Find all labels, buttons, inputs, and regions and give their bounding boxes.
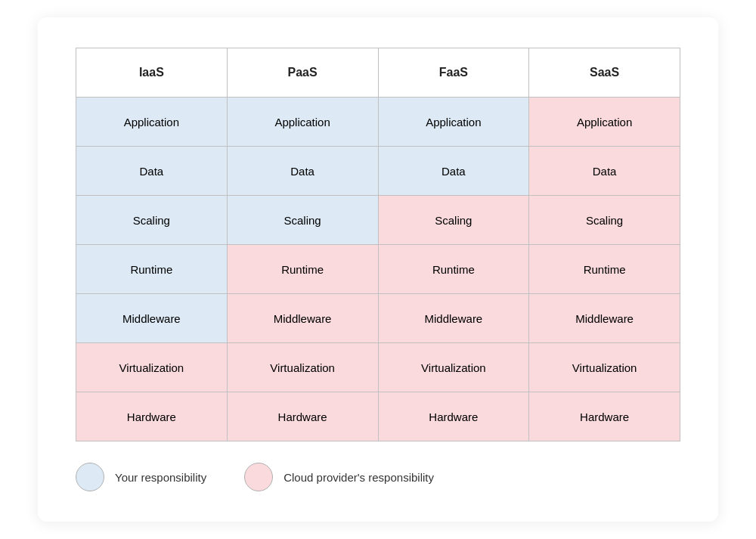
table-cell: Runtime [378, 245, 529, 294]
table-cell: Application [529, 98, 680, 147]
table-cell: Scaling [227, 196, 378, 245]
table-row: VirtualizationVirtualizationVirtualizati… [76, 343, 680, 392]
table-cell: Hardware [227, 392, 378, 441]
table-row: MiddlewareMiddlewareMiddlewareMiddleware [76, 294, 680, 343]
table-cell: Scaling [76, 196, 228, 245]
table-cell: Scaling [378, 196, 529, 245]
table-cell: Virtualization [227, 343, 378, 392]
header-row: IaaS PaaS FaaS SaaS [76, 48, 680, 98]
table-cell: Application [227, 98, 378, 147]
header-faas: FaaS [378, 48, 529, 98]
table-cell: Virtualization [378, 343, 529, 392]
cloud-responsibility-label: Cloud provider's responsibility [284, 471, 434, 484]
cloud-responsibility-circle [244, 463, 273, 491]
table-cell: Middleware [227, 294, 378, 343]
header-iaas: IaaS [76, 48, 228, 98]
table-cell: Middleware [529, 294, 680, 343]
table-row: DataDataDataData [76, 147, 680, 196]
legend-cloud-responsibility: Cloud provider's responsibility [244, 463, 434, 491]
table-cell: Runtime [529, 245, 680, 294]
table-cell: Middleware [76, 294, 228, 343]
table-row: ApplicationApplicationApplicationApplica… [76, 98, 680, 147]
header-saas: SaaS [529, 48, 680, 98]
table-cell: Runtime [227, 245, 378, 294]
header-paas: PaaS [227, 48, 378, 98]
your-responsibility-circle [76, 463, 104, 491]
table-cell: Application [76, 98, 228, 147]
table-row: HardwareHardwareHardwareHardware [76, 392, 680, 441]
table-cell: Hardware [529, 392, 680, 441]
table-cell: Hardware [378, 392, 529, 441]
table-cell: Data [378, 147, 529, 196]
comparison-table: IaaS PaaS FaaS SaaS ApplicationApplicati… [76, 48, 680, 441]
your-responsibility-label: Your responsibility [115, 471, 206, 484]
table-cell: Virtualization [76, 343, 228, 392]
table-cell: Hardware [76, 392, 228, 441]
table-cell: Data [529, 147, 680, 196]
main-container: IaaS PaaS FaaS SaaS ApplicationApplicati… [38, 17, 718, 522]
legend-your-responsibility: Your responsibility [76, 463, 206, 491]
legend: Your responsibility Cloud provider's res… [76, 463, 680, 491]
table-cell: Runtime [76, 245, 228, 294]
table-row: RuntimeRuntimeRuntimeRuntime [76, 245, 680, 294]
table-cell: Data [227, 147, 378, 196]
table-cell: Virtualization [529, 343, 680, 392]
table-cell: Middleware [378, 294, 529, 343]
table-cell: Data [76, 147, 228, 196]
table-cell: Application [378, 98, 529, 147]
table-cell: Scaling [529, 196, 680, 245]
table-row: ScalingScalingScalingScaling [76, 196, 680, 245]
